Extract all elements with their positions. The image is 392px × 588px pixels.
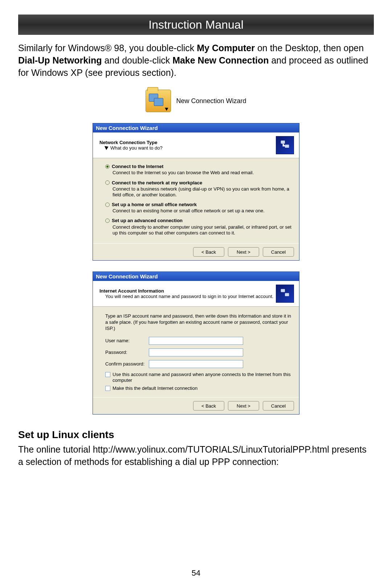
- wizard1-titlebar: New Connection Wizard: [93, 123, 299, 132]
- next-button[interactable]: Next >: [228, 247, 259, 257]
- cancel-button[interactable]: Cancel: [263, 401, 294, 411]
- row-username: User name:: [105, 337, 292, 345]
- checkbox-icon[interactable]: [105, 372, 110, 377]
- wizard2-header: Internet Account Information You will ne…: [93, 281, 299, 307]
- header-bar: Instruction Manual: [18, 15, 374, 35]
- wizard2-instructions: Type an ISP account name and password, t…: [105, 313, 292, 332]
- wizard2-heading: Internet Account Information: [99, 288, 273, 294]
- radio-icon[interactable]: [105, 219, 110, 223]
- radio-icon[interactable]: [105, 180, 110, 185]
- intro-paragraph: Similarly for Windows® 98, you double-cl…: [18, 42, 374, 79]
- wizard-icon-label: New Connection Wizard: [176, 97, 246, 105]
- cancel-button[interactable]: Cancel: [263, 247, 294, 257]
- header-title: Instruction Manual: [148, 18, 243, 32]
- page-number: 54: [0, 568, 392, 578]
- section-heading-linux: Set up Linux clients: [18, 429, 374, 441]
- option-home-network[interactable]: Set up a home or small office network Co…: [105, 201, 292, 214]
- wizard-connection-type: New Connection Wizard Network Connection…: [93, 123, 299, 261]
- row-confirm: Confirm password:: [105, 360, 292, 368]
- wizard-logo-icon: [276, 285, 294, 303]
- checkbox-default-connection[interactable]: Make this the default Internet connectio…: [105, 385, 292, 391]
- wizard-logo-icon: [276, 136, 294, 154]
- row-password: Password:: [105, 348, 292, 356]
- wizard1-heading: Network Connection Type: [99, 140, 163, 145]
- back-button[interactable]: < Back: [193, 401, 224, 411]
- cursor-icon: [105, 145, 110, 151]
- confirm-password-input[interactable]: [149, 360, 243, 368]
- wizard-account-info: New Connection Wizard Internet Account I…: [93, 271, 299, 415]
- svg-rect-1: [285, 145, 289, 148]
- wizard1-footer: < Back Next > Cancel: [93, 243, 299, 260]
- back-button[interactable]: < Back: [193, 247, 224, 257]
- password-label: Password:: [105, 350, 149, 355]
- wizard2-titlebar: New Connection Wizard: [93, 272, 299, 281]
- wizard1-header: Network Connection Type What do you want…: [93, 132, 299, 158]
- option-connect-workplace[interactable]: Connect to the network at my workplace C…: [105, 180, 292, 198]
- wizard2-content: Type an ISP account name and password, t…: [93, 307, 299, 397]
- confirm-label: Confirm password:: [105, 361, 149, 367]
- radio-icon[interactable]: [105, 203, 110, 207]
- wizard2-footer: < Back Next > Cancel: [93, 397, 299, 414]
- svg-rect-3: [285, 293, 289, 297]
- wizard2-subheading: You will need an account name and passwo…: [105, 294, 273, 299]
- linux-paragraph: The online tutorial http://www.yolinux.c…: [18, 444, 374, 468]
- option-advanced-connection[interactable]: Set up an advanced connection Connect di…: [105, 217, 292, 236]
- checkbox-use-account[interactable]: Use this account name and password when …: [105, 372, 292, 384]
- next-button[interactable]: Next >: [228, 401, 259, 411]
- wizard1-content: Connect to the Internet Connect to the I…: [93, 158, 299, 243]
- username-label: User name:: [105, 338, 149, 343]
- wizard-launcher: New Connection Wizard: [18, 90, 374, 112]
- username-input[interactable]: [149, 337, 243, 345]
- option-connect-internet[interactable]: Connect to the Internet Connect to the I…: [105, 163, 292, 176]
- svg-rect-2: [281, 289, 285, 292]
- new-connection-wizard-icon[interactable]: [146, 90, 171, 112]
- wizard1-subheading: What do you want to do?: [105, 145, 163, 151]
- checkbox-icon[interactable]: [105, 386, 110, 391]
- password-input[interactable]: [149, 348, 243, 356]
- radio-icon[interactable]: [105, 164, 110, 169]
- svg-rect-0: [281, 141, 285, 144]
